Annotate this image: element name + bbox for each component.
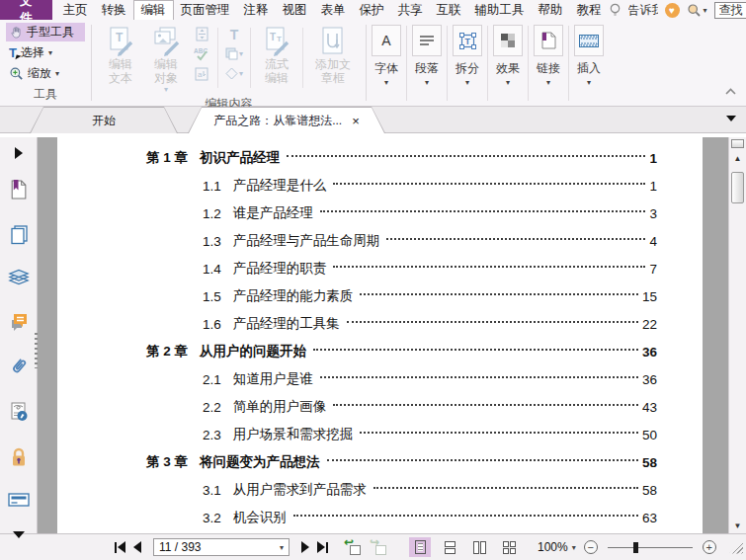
effects-dropdown-button[interactable]: 效果 ▾: [488, 20, 528, 106]
toc-entry[interactable]: 第 1 章初识产品经理1: [57, 144, 703, 172]
toc-entry[interactable]: 第 2 章从用户的问题开始36: [57, 338, 703, 365]
pdf-page: 第 1 章初识产品经理11.1产品经理是什么11.2谁是产品经理31.3产品经理…: [57, 137, 703, 533]
hand-tool-button[interactable]: 手型工具: [6, 23, 85, 41]
chevron-down-icon: ▾: [572, 543, 576, 552]
vertical-scrollbar[interactable]: ▲ ▼: [728, 137, 746, 533]
toc-entry[interactable]: 2.3用户场景和需求挖掘50: [57, 421, 703, 448]
menu-item[interactable]: 保护: [353, 0, 391, 20]
toc-dot-leader: [386, 238, 645, 240]
toc-dot-leader: [373, 487, 638, 489]
zoom-out-button[interactable]: −: [584, 540, 598, 554]
window-resize-grip[interactable]: [729, 541, 743, 554]
toc-entry-title: 初识产品经理: [200, 149, 280, 167]
chevron-down-icon: ▾: [546, 78, 550, 87]
continuous-facing-view-button[interactable]: [498, 537, 520, 557]
menu-item[interactable]: 表单: [314, 0, 353, 20]
scroll-down-icon[interactable]: ▼: [734, 522, 742, 530]
svg-text:T: T: [464, 37, 470, 46]
toc-entry[interactable]: 1.3产品经理与产品生命周期4: [57, 227, 703, 255]
menu-item[interactable]: 编辑: [133, 0, 174, 20]
bookmarks-panel-icon[interactable]: [7, 179, 31, 200]
comments-panel-icon[interactable]: [7, 312, 31, 332]
split-view-handle[interactable]: [731, 139, 744, 148]
toc-entry[interactable]: 3.2机会识别63: [57, 504, 703, 531]
menu-item[interactable]: 主页: [56, 0, 95, 20]
toc-list: 第 1 章初识产品经理11.1产品经理是什么11.2谁是产品经理31.3产品经理…: [57, 137, 703, 531]
search-input[interactable]: [715, 3, 746, 17]
menu-item[interactable]: 注释: [237, 0, 276, 20]
zoom-in-button[interactable]: +: [703, 540, 716, 554]
font-dropdown-button[interactable]: A 字体 ▾: [367, 20, 406, 106]
continuous-view-button[interactable]: [439, 537, 460, 557]
toc-dot-leader: [347, 321, 638, 323]
page-thumbnails-panel-icon[interactable]: [7, 224, 31, 245]
toc-entry[interactable]: 1.1产品经理是什么1: [57, 172, 703, 200]
toc-entry[interactable]: 1.5产品经理的能力素质15: [57, 282, 703, 310]
ribbon-collapse-button[interactable]: [725, 84, 736, 98]
scroll-up-icon[interactable]: ▲: [734, 155, 742, 163]
toc-entry[interactable]: 2.2简单的用户画像43: [57, 393, 703, 421]
scrollbar-thumb[interactable]: [731, 172, 744, 203]
facing-view-button[interactable]: [468, 537, 490, 557]
previous-view-button[interactable]: ↩: [344, 539, 362, 555]
link-label: 链接: [537, 60, 560, 77]
insert-dropdown-button[interactable]: 插入 ▾: [569, 20, 609, 106]
attachments-panel-icon[interactable]: [7, 356, 31, 377]
ribbon-edit-tab: 手型工具 T 选择 ▾ 缩放 ▾ 工具 T 编辑文本: [0, 20, 746, 107]
paragraph-dropdown-button[interactable]: 段落 ▾: [407, 20, 447, 106]
favorites-heart-icon[interactable]: ♥: [665, 3, 680, 18]
menu-item[interactable]: 互联: [430, 0, 468, 20]
menu-item[interactable]: 视图: [276, 0, 314, 20]
toc-entry-number: 1.2: [203, 206, 221, 221]
security-panel-icon[interactable]: [7, 446, 31, 468]
close-icon[interactable]: ×: [352, 115, 360, 127]
toc-entry-page: 22: [642, 317, 657, 332]
menu-item[interactable]: 教程: [570, 0, 609, 20]
link-dropdown-button[interactable]: 链接 ▾: [529, 20, 568, 106]
tab-document[interactable]: 产品之路：从靠谱想法... ×: [188, 107, 385, 133]
split-dropdown-button[interactable]: T 拆分 ▾: [448, 20, 487, 106]
previous-page-button[interactable]: [133, 541, 141, 553]
menu-item[interactable]: 页面管理: [174, 0, 237, 20]
next-view-button: ↪: [370, 539, 387, 555]
tab-list-dropdown-icon[interactable]: [726, 116, 736, 121]
toc-entry[interactable]: 3.1从用户需求到产品需求58: [57, 476, 703, 504]
zoom-tool-button[interactable]: 缩放 ▾: [6, 64, 85, 83]
toc-entry[interactable]: 第 3 章将问题变为产品想法58: [57, 448, 703, 476]
document-view[interactable]: 第 1 章初识产品经理11.1产品经理是什么11.2谁是产品经理31.3产品经理…: [38, 137, 728, 533]
form-fields-panel-icon[interactable]: [7, 492, 31, 508]
zoom-level-dropdown[interactable]: 100% ▾: [538, 540, 576, 554]
menu-item[interactable]: 帮助: [532, 0, 570, 20]
last-page-button[interactable]: [317, 541, 328, 553]
next-page-button[interactable]: [301, 541, 309, 553]
toc-dot-leader: [327, 459, 638, 461]
layers-panel-icon[interactable]: [7, 269, 31, 288]
expand-panel-icon[interactable]: [15, 147, 23, 159]
quick-find-dropdown[interactable]: ▾: [687, 3, 707, 18]
select-tool-button[interactable]: T 选择 ▾: [6, 43, 85, 62]
toc-entry[interactable]: 1.2谁是产品经理3: [57, 200, 703, 227]
toc-entry-number: 第 3 章: [146, 453, 188, 471]
toc-entry[interactable]: 1.6产品经理的工具集22: [57, 310, 703, 338]
effects-label: 效果: [496, 60, 520, 77]
first-page-button[interactable]: [115, 541, 125, 553]
single-page-view-button[interactable]: [409, 537, 431, 557]
tab-start[interactable]: 开始: [30, 107, 178, 133]
edit-text-button: T 编辑文本: [98, 22, 143, 85]
menu-item[interactable]: 辅助工具: [468, 0, 532, 20]
toc-entry-page: 3: [649, 206, 657, 221]
toc-entry[interactable]: 2.1知道用户是谁36: [57, 365, 703, 393]
tell-me-label[interactable]: 告诉我: [628, 2, 658, 19]
zoom-slider[interactable]: [608, 541, 693, 554]
page-number-input[interactable]: 11 / 393 ▾: [153, 538, 290, 556]
tell-me-lightbulb-icon[interactable]: [609, 3, 622, 18]
toc-entry[interactable]: 1.4产品经理的职责7: [57, 255, 703, 282]
menu-item[interactable]: 共享: [391, 0, 430, 20]
digital-signatures-panel-icon[interactable]: [7, 401, 31, 423]
zoom-slider-handle[interactable]: [633, 542, 638, 553]
panel-more-icon[interactable]: [13, 531, 25, 538]
file-menu-button[interactable]: 文件: [0, 0, 52, 20]
insert-label: 插入: [577, 60, 601, 77]
menu-item[interactable]: 转换: [95, 0, 133, 20]
translate-button: a: [195, 65, 208, 82]
